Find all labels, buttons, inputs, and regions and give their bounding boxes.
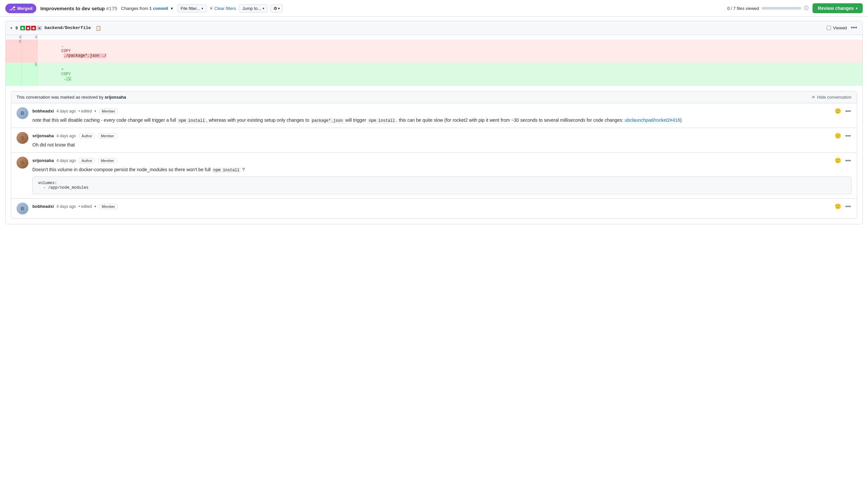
table-row: 5 - COPY ./package*.json ./ — [6, 40, 862, 63]
author-badge: Author — [79, 133, 95, 139]
line-code: + COPY . . — [37, 63, 862, 86]
jump-to-dropdown[interactable]: Jump to... ▾ — [239, 4, 268, 12]
diff-content: . . — [61, 76, 72, 81]
commit-link[interactable]: 1 commit — [149, 6, 169, 11]
diff-stat-del2: ■ — [31, 26, 36, 30]
more-options-button[interactable]: ••• — [844, 157, 851, 164]
avatar: B — [17, 203, 28, 214]
comment-author[interactable]: srijonsaha — [32, 158, 54, 163]
comment-author[interactable]: bobheadxi — [32, 108, 54, 113]
jump-to-label: Jump to... — [242, 6, 261, 11]
chevron-down-icon: ▾ — [856, 7, 858, 10]
avatar: B — [17, 107, 28, 119]
comment-meta: bobheadxi 4 days ago • edited ▾ Member 🙂… — [32, 203, 851, 210]
viewed-checkbox[interactable]: Viewed — [827, 25, 847, 30]
diff-stat-del: ■ — [26, 26, 31, 30]
diff-sign: + — [61, 67, 66, 72]
hide-conversation-label: Hide conversation — [817, 95, 851, 100]
changes-count-number: 9 — [16, 26, 18, 30]
emoji-reaction-button[interactable]: 🙂 — [834, 157, 842, 164]
emoji-reaction-button[interactable]: 🙂 — [834, 132, 842, 140]
edited-chevron-icon[interactable]: ▾ — [94, 109, 96, 113]
table-row: 5 + COPY . . — [6, 63, 862, 86]
more-options-button[interactable]: ••• — [849, 24, 859, 32]
comment-body: srijonsaha 4 days ago Author Member 🙂 ••… — [32, 132, 851, 148]
emoji-reaction-button[interactable]: 🙂 — [834, 203, 842, 210]
diff-stat-neutral: ■ — [37, 26, 42, 30]
line-num-old: 4 — [6, 35, 22, 40]
comment-actions: 🙂 ••• — [834, 107, 851, 115]
comment-item: S srijonsaha 4 days ago Author Member 🙂 … — [11, 128, 857, 153]
comment-actions: 🙂 ••• — [834, 132, 851, 140]
viewed-checkbox-input[interactable] — [827, 26, 831, 30]
rocket2-link[interactable]: ubclaunchpad/rocket2#416 — [625, 117, 680, 123]
conversation-box: This conversation was marked as resolved… — [11, 91, 857, 219]
comment-author[interactable]: srijonsaha — [32, 133, 54, 138]
info-icon[interactable]: ⓘ — [804, 5, 809, 11]
line-num-old: 5 — [6, 40, 22, 63]
line-num-new: 5 — [22, 63, 37, 86]
emoji-reaction-button[interactable]: 🙂 — [834, 107, 842, 115]
line-num-new: 4 — [22, 35, 37, 40]
comment-meta: srijonsaha 4 days ago Author Member 🙂 ••… — [32, 157, 851, 164]
comment-item: B bobheadxi 4 days ago • edited ▾ Member… — [11, 199, 857, 218]
collapse-button[interactable]: ▾ — [9, 25, 13, 31]
more-options-button[interactable]: ••• — [844, 132, 851, 140]
avatar: S — [17, 157, 28, 169]
comment-item: S srijonsaha 4 days ago Author Member 🙂 … — [11, 153, 857, 199]
member-badge: Member — [98, 158, 117, 163]
comment-time: 4 days ago — [57, 204, 76, 209]
member-badge: Member — [99, 204, 118, 209]
comment-body: bobheadxi 4 days ago • edited ▾ Member 🙂… — [32, 203, 851, 214]
avatar-initials: S — [17, 157, 28, 169]
top-bar-controls: Changes from 1 commit ▾ File filter... ▾… — [121, 4, 723, 12]
more-options-button[interactable]: ••• — [844, 203, 851, 210]
code-block: volumes: - /app/node_modules — [32, 176, 851, 194]
table-row: 4 4 — [6, 35, 862, 40]
file-section: ▾ 9 ■ ■ ■ ■ backend/Dockerfile 📋 Viewed … — [5, 21, 863, 224]
clear-filters-button[interactable]: ✕ Clear filters — [209, 6, 236, 11]
line-code — [37, 35, 862, 40]
files-viewed-section: 0 / 7 files viewed ⓘ — [727, 5, 809, 11]
comment-text: Oh did not know that — [32, 141, 851, 148]
copy-file-path-button[interactable]: 📋 — [93, 25, 103, 31]
conversation-header: This conversation was marked as resolved… — [11, 91, 857, 103]
code-line: - /app/node_modules — [38, 185, 846, 190]
comment-body: bobheadxi 4 days ago • edited ▾ Member 🙂… — [32, 107, 851, 124]
top-bar: ⎇ Merged Improvements to dev setup #175 … — [0, 0, 868, 17]
chevron-down-icon: ▾ — [202, 7, 203, 10]
comment-edited: • edited — [79, 109, 92, 113]
merged-icon: ⎇ — [9, 5, 15, 11]
comment-body: srijonsaha 4 days ago Author Member 🙂 ••… — [32, 157, 851, 194]
gear-settings-button[interactable]: ⚙ ▾ — [271, 4, 283, 12]
pr-number: #175 — [106, 6, 117, 11]
changes-from-dropdown[interactable]: ▾ — [169, 6, 175, 11]
avatar: S — [17, 132, 28, 144]
hide-conversation-button[interactable]: ✳ Hide conversation — [811, 95, 851, 100]
clear-filters-label: Clear filters — [214, 6, 236, 11]
gear-icon: ⚙ — [274, 6, 277, 11]
diff-keyword: COPY — [61, 49, 71, 54]
comment-actions: 🙂 ••• — [834, 203, 851, 210]
commit-label: 1 commit — [149, 6, 168, 11]
pin-icon: ✳ — [811, 95, 815, 100]
file-path: backend/Dockerfile — [44, 25, 91, 30]
x-icon: ✕ — [209, 6, 213, 11]
file-filter-label: File filter... — [181, 6, 200, 11]
file-changes-count: 9 ■ ■ ■ ■ — [16, 26, 42, 30]
review-changes-button[interactable]: Review changes ▾ — [812, 3, 863, 13]
diff-table: 4 4 5 - COPY ./package*.json ./ 5 + — [6, 35, 862, 86]
comment-author[interactable]: bobheadxi — [32, 204, 54, 209]
file-filter-dropdown[interactable]: File filter... ▾ — [177, 4, 207, 12]
avatar-initials: B — [17, 203, 28, 214]
viewed-label: Viewed — [833, 25, 847, 30]
progress-bar — [762, 7, 801, 9]
comment-time: 4 days ago — [57, 134, 76, 138]
edited-chevron-icon[interactable]: ▾ — [94, 205, 96, 208]
avatar-initials: S — [17, 132, 28, 144]
merged-badge: ⎇ Merged — [5, 4, 36, 13]
line-code: - COPY ./package*.json ./ — [37, 40, 862, 63]
more-options-button[interactable]: ••• — [844, 107, 851, 115]
member-badge: Member — [98, 133, 117, 139]
changes-from-label: Changes from 1 commit ▾ — [121, 6, 175, 11]
